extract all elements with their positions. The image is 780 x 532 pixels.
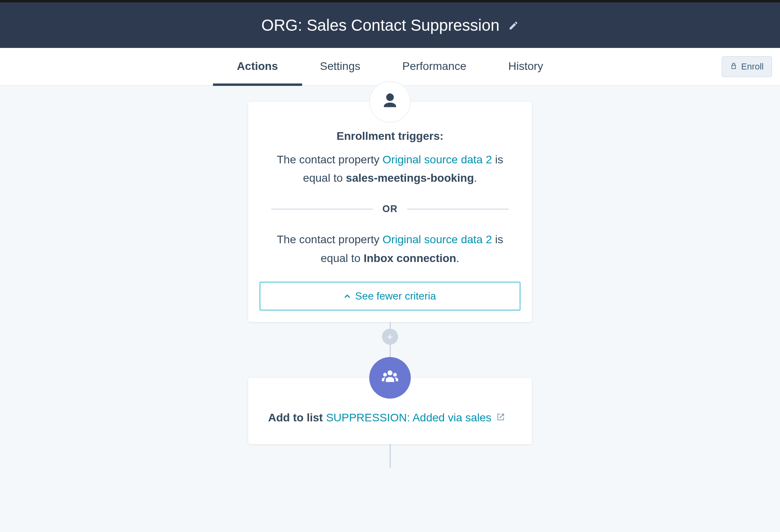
or-label: OR (382, 203, 398, 214)
enroll-label: Enroll (741, 62, 764, 72)
tabs-bar: Actions Settings Performance History Enr… (0, 48, 780, 86)
criterion-link[interactable]: Original source data 2 (382, 153, 492, 166)
action-avatar (369, 357, 411, 399)
tabs-list: Actions Settings Performance History (237, 49, 543, 85)
tab-history[interactable]: History (508, 49, 543, 85)
divider-line (271, 209, 373, 209)
connector (390, 444, 391, 468)
action-description: Add to list SUPPRESSION: Added via sales (268, 411, 512, 424)
workflow-title-wrap: ORG: Sales Contact Suppression (261, 16, 519, 34)
criterion-value: sales-meetings-booking (346, 172, 474, 184)
group-icon (380, 367, 400, 389)
plus-icon: + (387, 332, 393, 342)
see-fewer-label: See fewer criteria (355, 290, 436, 302)
trigger-criterion-2: The contact property Original source dat… (259, 230, 521, 267)
workflow-title: ORG: Sales Contact Suppression (261, 16, 499, 34)
tab-performance[interactable]: Performance (402, 49, 466, 85)
external-link-icon[interactable] (495, 411, 505, 424)
criterion-prefix: The contact property (277, 153, 383, 166)
trigger-avatar (369, 81, 411, 123)
criterion-link[interactable]: Original source data 2 (382, 233, 492, 246)
action-prefix: Add to list (268, 411, 323, 424)
trigger-title: Enrollment triggers: (259, 130, 521, 143)
tab-settings[interactable]: Settings (320, 49, 360, 85)
tab-actions[interactable]: Actions (237, 49, 278, 85)
add-action-button[interactable]: + (382, 329, 398, 345)
action-list-link[interactable]: SUPPRESSION: Added via sales (326, 411, 491, 424)
or-divider: OR (271, 203, 509, 214)
criterion-suffix: . (474, 172, 477, 184)
header-bar: ORG: Sales Contact Suppression (0, 0, 780, 48)
enrollment-trigger-card[interactable]: Enrollment triggers: The contact propert… (248, 102, 532, 322)
enroll-button[interactable]: Enroll (722, 56, 772, 77)
edit-title-icon[interactable] (508, 16, 519, 34)
criterion-suffix: . (456, 252, 460, 264)
divider-line (407, 209, 509, 209)
connector: + (390, 322, 391, 352)
person-icon (381, 92, 399, 112)
enroll-icon (730, 62, 737, 72)
trigger-criterion-1: The contact property Original source dat… (259, 151, 521, 187)
see-fewer-criteria-button[interactable]: See fewer criteria (259, 282, 521, 311)
chevron-up-icon (344, 290, 350, 302)
criterion-prefix: The contact property (277, 233, 383, 246)
workflow-canvas: Enrollment triggers: The contact propert… (0, 86, 780, 532)
criterion-value: Inbox connection (364, 252, 456, 264)
action-card[interactable]: Add to list SUPPRESSION: Added via sales (248, 378, 532, 444)
